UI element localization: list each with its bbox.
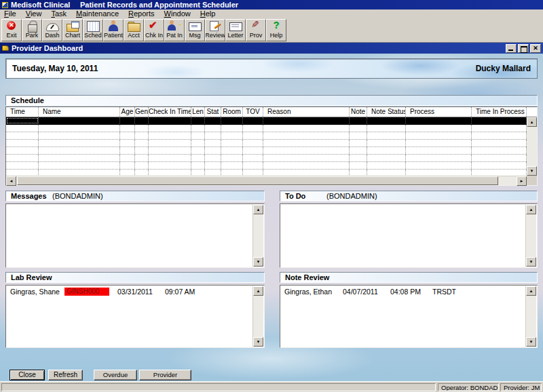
schedule-cell — [120, 147, 135, 154]
sched-button[interactable]: Sched — [83, 19, 103, 41]
schedule-row[interactable] — [6, 155, 527, 162]
schedule-cell — [221, 125, 243, 132]
schedule-row[interactable] — [6, 132, 527, 140]
provider-dashboard-title-bar[interactable]: Provider Dashboard — [0, 43, 543, 54]
schedule-cell — [6, 125, 39, 132]
schedule-cell — [406, 132, 472, 139]
patient-button[interactable]: Patient — [103, 19, 124, 41]
schedule-column-len[interactable]: Len — [191, 107, 205, 117]
menu-item-maintenance[interactable]: Maintenance — [72, 9, 124, 18]
schedule-column-gen[interactable]: Gen — [135, 107, 149, 117]
scroll-right-icon[interactable]: ► — [517, 176, 527, 186]
menu-item-view[interactable]: View — [22, 9, 48, 18]
note-review-section-label: Note Review — [280, 272, 538, 283]
scroll-up-icon[interactable]: ▲ — [253, 205, 263, 214]
prov-button[interactable]: Prov — [246, 19, 266, 41]
scroll-up-icon[interactable]: ▲ — [526, 205, 536, 214]
msg-button[interactable]: Msg — [185, 19, 205, 41]
letter-button[interactable]: Letter — [225, 19, 246, 41]
schedule-row[interactable] — [6, 170, 527, 176]
patin-button[interactable]: Pat In — [164, 19, 185, 41]
scroll-left-icon[interactable]: ◄ — [6, 176, 16, 186]
chart-folder-icon — [65, 20, 80, 32]
menu-item-file[interactable]: File — [0, 9, 22, 18]
dash-button[interactable]: Dash — [42, 19, 62, 41]
schedule-column-note-status[interactable]: Note Status — [367, 107, 406, 117]
schedule-column-time-in-process[interactable]: Time In Process — [472, 107, 527, 117]
chart-button[interactable]: Chart — [62, 19, 83, 41]
schedule-row[interactable] — [6, 117, 527, 125]
schedule-vertical-scrollbar[interactable]: ▲ ▼ — [527, 117, 537, 176]
close-icon[interactable] — [530, 44, 541, 53]
schedule-column-note[interactable]: Note — [350, 107, 367, 117]
schedule-row[interactable] — [6, 125, 527, 132]
schedule-row[interactable] — [6, 140, 527, 147]
acct-button[interactable]: Acct — [124, 19, 144, 41]
scroll-down-icon[interactable]: ▼ — [526, 257, 536, 267]
schedule-cell — [191, 125, 205, 132]
messages-list[interactable]: ▲ ▼ — [5, 203, 265, 268]
document-title: Patient Records and Appointment Schedule… — [80, 0, 238, 9]
schedule-column-age[interactable]: Age — [120, 107, 135, 117]
schedule-cell — [6, 162, 39, 169]
note-review-list[interactable]: Gingras, Ethan 04/07/2011 04:08 PM TRSDT… — [280, 285, 538, 348]
lab-review-item[interactable]: Gingras, Shane GINSH000 03/31/2011 09:07… — [10, 288, 250, 296]
schedule-cell — [120, 125, 135, 132]
scroll-down-icon[interactable]: ▼ — [527, 166, 537, 176]
scrollbar-corner — [527, 176, 537, 185]
park-button[interactable]: Park — [22, 19, 42, 41]
schedule-row[interactable] — [6, 147, 527, 155]
note-review-scrollbar[interactable]: ▲ ▼ — [525, 286, 536, 347]
schedule-horizontal-scrollbar[interactable]: ◄ ► — [6, 176, 527, 185]
help-button[interactable]: Help — [266, 19, 286, 41]
menu-item-reports[interactable]: Reports — [124, 9, 160, 18]
close-button[interactable]: Close — [10, 370, 45, 380]
schedule-row[interactable] — [6, 162, 527, 170]
maximize-button[interactable] — [518, 44, 529, 53]
schedule-cell — [243, 132, 263, 139]
scrollbar-thumb[interactable] — [17, 176, 498, 185]
todo-list[interactable]: ▲ ▼ — [280, 203, 538, 268]
exit-label: Exit — [6, 32, 16, 39]
exit-button[interactable]: Exit — [1, 19, 22, 41]
schedule-column-check-in-time[interactable]: Check In Time — [149, 107, 191, 117]
schedule-column-name[interactable]: Name — [39, 107, 120, 117]
minimize-button[interactable] — [506, 44, 517, 53]
lab-review-list[interactable]: Gingras, Shane GINSH000 03/31/2011 09:07… — [5, 285, 265, 348]
schedule-grid[interactable] — [6, 117, 527, 176]
schedule-column-time[interactable]: Time — [6, 107, 39, 117]
schedule-cell — [472, 140, 527, 146]
status-operator: Operator: BONDADMIN — [438, 383, 499, 391]
schedule-cell — [350, 155, 367, 161]
lab-review-scrollbar[interactable]: ▲ ▼ — [252, 286, 263, 347]
provider-financials-button[interactable]: Provider Financials — [139, 370, 191, 380]
overdue-orders-button[interactable]: Overdue Orders — [94, 370, 137, 380]
schedule-cell — [406, 162, 472, 169]
scroll-up-icon[interactable]: ▲ — [526, 286, 536, 296]
schedule-cell — [350, 117, 367, 124]
schedule-column-tov[interactable]: TOV — [243, 107, 263, 117]
scroll-down-icon[interactable]: ▼ — [526, 337, 536, 347]
scroll-up-icon[interactable]: ▲ — [253, 286, 263, 296]
scroll-up-icon[interactable]: ▲ — [527, 117, 537, 127]
schedule-column-stat[interactable]: Stat — [205, 107, 221, 117]
scroll-down-icon[interactable]: ▼ — [253, 337, 263, 347]
menu-item-help[interactable]: Help — [196, 9, 221, 18]
messages-scrollbar[interactable]: ▲ ▼ — [252, 205, 263, 267]
schedule-cell — [243, 162, 263, 169]
menu-item-window[interactable]: Window — [160, 9, 196, 18]
note-review-item[interactable]: Gingras, Ethan 04/07/2011 04:08 PM TRSDT — [284, 288, 523, 296]
schedule-column-process[interactable]: Process — [406, 107, 472, 117]
schedule-column-room[interactable]: Room — [221, 107, 243, 117]
menu-item-task[interactable]: Task — [47, 9, 72, 18]
todo-scrollbar[interactable]: ▲ ▼ — [525, 205, 536, 267]
review-button[interactable]: Review — [205, 19, 225, 41]
chkin-button[interactable]: Chk In — [144, 19, 164, 41]
schedule-cell — [120, 162, 135, 169]
schedule-cell — [149, 162, 191, 169]
refresh-button[interactable]: Refresh — [48, 370, 83, 380]
msg-label: Msg — [189, 32, 200, 39]
schedule-column-reason[interactable]: Reason — [263, 107, 350, 117]
schedule-cell — [367, 117, 406, 124]
scroll-down-icon[interactable]: ▼ — [253, 257, 263, 267]
